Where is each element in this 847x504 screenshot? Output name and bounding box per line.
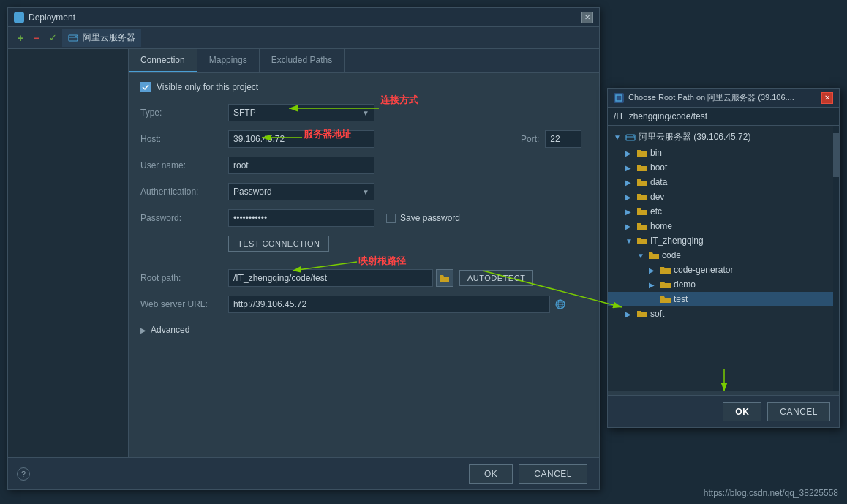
tree-item-etc[interactable]: ▶ etc: [608, 204, 839, 219]
save-password-label: Save password: [400, 213, 460, 223]
folder-dev-icon: [637, 193, 647, 201]
root-dialog-footer: OK CANCEL: [608, 395, 839, 427]
tab-connection[interactable]: Connection: [129, 49, 197, 72]
tree-label-etc: etc: [650, 206, 662, 217]
folder-code-icon: [649, 252, 659, 260]
tree-item-code[interactable]: ▼ code: [608, 248, 839, 263]
visible-only-checkbox[interactable]: [140, 82, 151, 92]
tree-label-home: home: [650, 221, 672, 231]
root-dialog-close-button[interactable]: ✕: [821, 92, 833, 104]
bin-expand: ▶: [625, 149, 634, 157]
add-server-button[interactable]: +: [14, 31, 27, 45]
folder-etc-icon: [637, 208, 647, 216]
web-browser-button[interactable]: [553, 297, 568, 312]
tree-label-soft: soft: [650, 309, 664, 319]
deployment-dialog: Deployment ✕ + − ✓ 阿里云服务器 Connection Map…: [7, 7, 600, 490]
root-path-input[interactable]: [228, 269, 433, 287]
tree-item-code-generator[interactable]: ▶ code-generator: [608, 263, 839, 277]
tree-label-bin: bin: [650, 148, 662, 158]
advanced-label: Advanced: [151, 325, 189, 335]
root-path-label: Root path:: [140, 273, 228, 283]
code-expand: ▼: [637, 252, 646, 260]
tab-mappings[interactable]: Mappings: [197, 49, 260, 72]
tree-scrollbar-thumb[interactable]: [833, 133, 839, 177]
password-input[interactable]: [228, 209, 374, 227]
username-label: User name:: [140, 160, 228, 170]
root-cancel-button[interactable]: CANCEL: [767, 402, 830, 421]
root-dialog-titlebar: Choose Root Path on 阿里云服务器 (39.106.... ✕: [608, 89, 839, 108]
advanced-arrow-icon: ▶: [140, 326, 146, 334]
demo-expand: ▶: [649, 281, 658, 289]
check-button[interactable]: ✓: [46, 31, 59, 45]
help-button[interactable]: ?: [17, 467, 30, 481]
password-row: Password: Save password: [140, 209, 587, 227]
cancel-button[interactable]: CANCEL: [519, 464, 587, 484]
dialog-title: Deployment: [29, 12, 75, 23]
server-name: 阿里云服务器: [83, 31, 135, 44]
tree-item-data[interactable]: ▶ data: [608, 175, 839, 189]
folder-demo-icon: [660, 281, 671, 289]
tree-item-server[interactable]: ▼ 阿里云服务器 (39.106.45.72): [608, 129, 839, 146]
remove-server-button[interactable]: −: [30, 31, 43, 45]
tree-item-boot[interactable]: ▶ boot: [608, 160, 839, 175]
host-row: Host: Port:: [140, 130, 587, 148]
toolbar: + − ✓ 阿里云服务器: [8, 27, 599, 49]
web-url-row: Web server URL:: [140, 296, 587, 313]
tree-item-demo[interactable]: ▶ demo: [608, 277, 839, 292]
left-panel: [8, 49, 129, 457]
tree-label-code-generator: code-generator: [674, 265, 733, 275]
current-path-bar: /IT_zhengqing/code/test: [608, 108, 839, 126]
folder-IT-icon: [637, 237, 647, 245]
web-url-input[interactable]: [228, 296, 550, 313]
auth-select-value: Password: [233, 187, 272, 197]
host-input[interactable]: [228, 130, 374, 148]
tree-item-dev[interactable]: ▶ dev: [608, 189, 839, 204]
root-ok-button[interactable]: OK: [723, 402, 761, 421]
test-connection-button[interactable]: TEST CONNECTION: [228, 236, 329, 252]
server-tree-icon: [625, 133, 636, 142]
port-input[interactable]: [545, 130, 581, 148]
username-input[interactable]: [228, 157, 374, 174]
tree-item-home[interactable]: ▶ home: [608, 219, 839, 233]
auth-select[interactable]: Password ▼: [228, 183, 374, 200]
ok-button[interactable]: OK: [469, 464, 513, 484]
username-row: User name:: [140, 157, 587, 174]
folder-icon: [440, 274, 450, 282]
tree-scrollbar-track: [833, 126, 839, 391]
svg-rect-10: [616, 95, 622, 101]
type-select-arrow: ▼: [362, 109, 369, 117]
tab-excluded-paths[interactable]: Excluded Paths: [260, 49, 345, 72]
autodetect-button[interactable]: AUTODETECT: [459, 270, 533, 286]
root-dialog-icon: [614, 93, 624, 103]
tree-label-data: data: [650, 177, 667, 187]
tree-label-test: test: [674, 294, 688, 304]
test-connection-row: TEST CONNECTION: [140, 236, 587, 260]
soft-expand: ▶: [625, 310, 634, 318]
save-password-checkbox[interactable]: [386, 214, 396, 223]
advanced-section[interactable]: ▶ Advanced: [140, 322, 587, 338]
file-tree: ▼ 阿里云服务器 (39.106.45.72) ▶ bin ▶ boot ▶ d…: [608, 126, 839, 391]
tree-label-code: code: [662, 250, 681, 260]
root-title-left: Choose Root Path on 阿里云服务器 (39.106....: [614, 92, 794, 103]
tree-item-test[interactable]: ▶ test: [608, 292, 839, 306]
type-row: Type: SFTP ▼: [140, 104, 587, 121]
svg-rect-0: [16, 15, 22, 20]
type-select[interactable]: SFTP ▼: [228, 104, 374, 121]
folder-data-icon: [637, 178, 647, 187]
type-select-value: SFTP: [233, 108, 256, 118]
save-password-row: Save password: [386, 213, 460, 223]
auth-select-arrow: ▼: [362, 188, 369, 196]
dev-expand: ▶: [625, 193, 634, 201]
tree-item-bin[interactable]: ▶ bin: [608, 146, 839, 160]
IT-expand: ▼: [625, 237, 634, 245]
auth-label: Authentication:: [140, 187, 228, 197]
tree-item-IT-zhengqing[interactable]: ▼ IT_zhengqing: [608, 233, 839, 248]
folder-home-icon: [637, 222, 647, 230]
tree-item-soft[interactable]: ▶ soft: [608, 306, 839, 321]
browse-folder-button[interactable]: [436, 269, 453, 287]
tree-label-IT-zhengqing: IT_zhengqing: [650, 236, 704, 246]
tree-label-dev: dev: [650, 192, 664, 202]
close-dialog-button[interactable]: ✕: [581, 12, 593, 23]
expand-arrow: ▼: [614, 133, 622, 141]
server-entry[interactable]: 阿里云服务器: [62, 29, 141, 47]
